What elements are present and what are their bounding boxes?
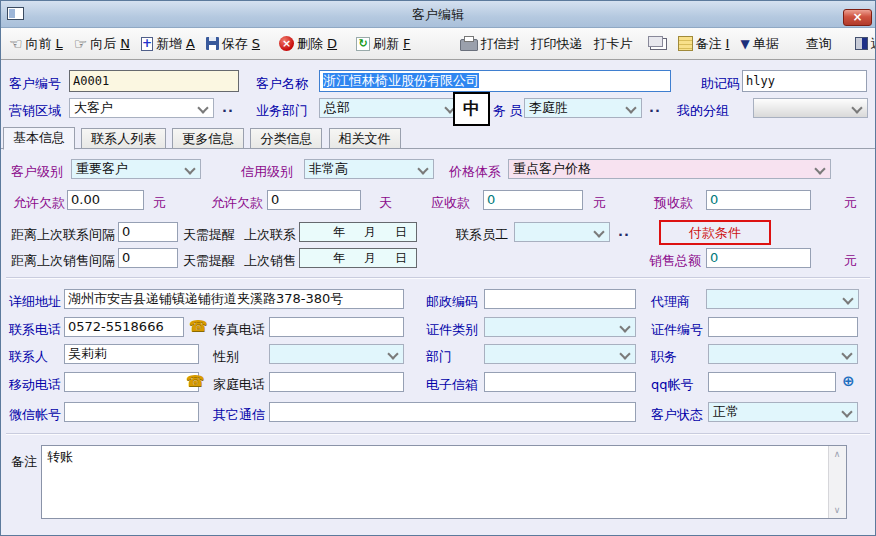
mobile-phone-icon[interactable]: ☎ bbox=[186, 372, 205, 390]
address-field[interactable]: 湖州市安吉县递铺镇递铺街道夹溪路378-380号 bbox=[64, 289, 404, 309]
mobile-field[interactable] bbox=[64, 372, 199, 392]
note-button[interactable]: 备注 I bbox=[674, 33, 734, 55]
sale-interval-suffix: 天需提醒 bbox=[183, 252, 235, 270]
salesman-browse-button[interactable]: .. bbox=[649, 100, 661, 115]
cert-type-select[interactable] bbox=[484, 317, 636, 337]
tab-basic-info[interactable]: 基本信息 bbox=[3, 127, 75, 150]
business-dept-select[interactable]: 总部 bbox=[319, 98, 461, 118]
sales-region-select[interactable]: 大客户 bbox=[69, 98, 214, 118]
prev-button[interactable]: ☜ 向前 L bbox=[5, 33, 67, 55]
close-button[interactable]: × bbox=[843, 9, 872, 26]
postcode-field[interactable] bbox=[484, 289, 636, 309]
tab-related-files[interactable]: 相关文件 bbox=[329, 128, 401, 149]
new-key: A bbox=[186, 36, 195, 51]
my-group-select[interactable] bbox=[753, 98, 868, 118]
down-arrow-icon: ▼ bbox=[740, 37, 749, 51]
globe-icon[interactable]: ⊕ bbox=[842, 372, 855, 390]
total-sales-field[interactable]: 0 bbox=[706, 248, 811, 268]
day-unit: 日 bbox=[395, 250, 407, 267]
other-comm-field[interactable] bbox=[269, 402, 636, 422]
back-button[interactable]: 返回 R bbox=[851, 33, 876, 55]
position-label: 职务 bbox=[651, 348, 677, 366]
new-label: 新增 bbox=[156, 35, 182, 53]
gender-select[interactable] bbox=[269, 344, 404, 364]
prev-key: L bbox=[55, 36, 62, 51]
bill-button[interactable]: ▼ 单据 bbox=[736, 33, 782, 55]
print-envelope-button[interactable]: 打信封 bbox=[456, 33, 524, 55]
year-unit: 年 bbox=[333, 250, 345, 267]
refresh-icon: ↻ bbox=[356, 37, 370, 51]
home-phone-field[interactable] bbox=[269, 372, 404, 392]
note-key: I bbox=[726, 36, 730, 51]
customer-status-select[interactable]: 正常 bbox=[708, 402, 858, 422]
prepaid-field[interactable]: 0 bbox=[706, 190, 811, 210]
customer-name-label: 客户名称 bbox=[256, 75, 308, 93]
email-label: 电子信箱 bbox=[426, 376, 478, 394]
remark-textarea[interactable]: 转账 ∧ ∨ bbox=[41, 445, 847, 519]
new-button[interactable]: + 新增 A bbox=[137, 33, 199, 55]
agent-select[interactable] bbox=[706, 289, 859, 309]
tab-more-info[interactable]: 更多信息 bbox=[172, 128, 244, 149]
print-express-button[interactable]: 打印快递 bbox=[527, 33, 587, 55]
cert-no-label: 证件编号 bbox=[651, 321, 703, 339]
customer-edit-window: 客户编辑 × ☜ 向前 L ☞ 向后 N + 新增 A 保存 S × 删除 D bbox=[0, 0, 876, 536]
contact-staff-browse-button[interactable]: .. bbox=[618, 224, 630, 239]
qq-field[interactable] bbox=[708, 372, 836, 392]
month-unit: 月 bbox=[364, 250, 376, 267]
wechat-field[interactable] bbox=[64, 402, 199, 422]
credit-level-select[interactable]: 非常高 bbox=[304, 159, 434, 179]
business-dept-label: 业务部门 bbox=[256, 102, 308, 120]
sale-interval-field[interactable]: 0 bbox=[118, 248, 178, 268]
prepaid-unit: 元 bbox=[844, 194, 857, 212]
delete-icon: × bbox=[279, 36, 294, 51]
payment-terms-button[interactable]: 付款条件 bbox=[659, 220, 771, 245]
wechat-label: 微信帐号 bbox=[9, 406, 61, 424]
customer-no-field[interactable]: A0001 bbox=[69, 70, 239, 92]
next-key: N bbox=[120, 36, 130, 51]
email-field[interactable] bbox=[484, 372, 636, 392]
tab-category-info[interactable]: 分类信息 bbox=[250, 128, 322, 149]
separator bbox=[6, 433, 870, 435]
envelopes-button[interactable] bbox=[644, 36, 671, 52]
fax-field[interactable] bbox=[269, 317, 404, 337]
home-phone-label: 家庭电话 bbox=[213, 376, 265, 394]
contact-interval-field[interactable]: 0 bbox=[118, 222, 178, 242]
scroll-up-icon[interactable]: ∧ bbox=[829, 446, 845, 462]
contact-person-field[interactable]: 吴莉莉 bbox=[64, 344, 199, 364]
year-unit: 年 bbox=[333, 224, 345, 241]
print-card-button[interactable]: 打卡片 bbox=[590, 33, 637, 55]
last-contact-date-field[interactable]: 年 月 日 bbox=[299, 222, 417, 242]
allow-debt-amount-field[interactable]: 0.00 bbox=[67, 190, 144, 210]
total-sales-label: 销售总额 bbox=[649, 252, 701, 270]
query-button[interactable]: 查询 bbox=[802, 33, 836, 55]
phone-field[interactable]: 0572-5518666 bbox=[64, 317, 184, 337]
hand-right-icon: ☞ bbox=[74, 37, 87, 51]
salesman-select[interactable]: 李庭胜 bbox=[524, 98, 642, 118]
position-select[interactable] bbox=[708, 344, 858, 364]
next-button[interactable]: ☞ 向后 N bbox=[70, 33, 134, 55]
price-system-select[interactable]: 重点客户价格 bbox=[508, 159, 831, 179]
refresh-button[interactable]: ↻ 刷新 F bbox=[352, 33, 414, 55]
scroll-down-icon[interactable]: ∨ bbox=[829, 502, 845, 518]
cert-no-field[interactable] bbox=[708, 317, 858, 337]
phone-icon[interactable]: ☎ bbox=[189, 317, 208, 335]
save-button[interactable]: 保存 S bbox=[202, 33, 264, 55]
receivable-field[interactable]: 0 bbox=[483, 190, 583, 210]
remark-label: 备注 bbox=[11, 453, 37, 471]
contact-staff-select[interactable] bbox=[514, 222, 610, 242]
allow-debt-days-unit: 天 bbox=[379, 194, 392, 212]
mnemonic-field[interactable]: hlyy bbox=[742, 70, 867, 92]
note-label: 备注 bbox=[696, 35, 722, 53]
last-sale-date-field[interactable]: 年 月 日 bbox=[299, 248, 417, 268]
sales-region-browse-button[interactable]: .. bbox=[222, 100, 234, 115]
back-label: 返回 bbox=[871, 35, 876, 53]
receivable-unit: 元 bbox=[593, 194, 606, 212]
department-select[interactable] bbox=[484, 344, 636, 364]
price-system-label: 价格体系 bbox=[449, 163, 501, 181]
delete-button[interactable]: × 删除 D bbox=[275, 33, 341, 55]
allow-debt-days-field[interactable]: 0 bbox=[267, 190, 361, 210]
customer-name-field[interactable]: 浙江恒林椅业股份有限公司 bbox=[319, 70, 671, 92]
memo-scrollbar[interactable]: ∧ ∨ bbox=[828, 446, 846, 518]
tab-contact-list[interactable]: 联系人列表 bbox=[81, 128, 166, 149]
customer-level-select[interactable]: 重要客户 bbox=[71, 159, 201, 179]
